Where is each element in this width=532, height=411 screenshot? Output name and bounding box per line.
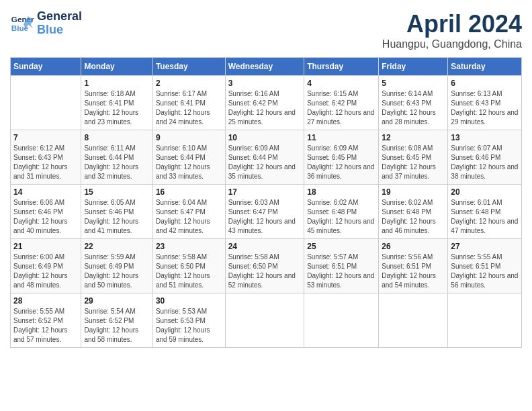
day-number: 9	[156, 133, 222, 142]
weekday-header-friday: Friday	[379, 58, 448, 76]
calendar-cell: 5Sunrise: 6:14 AM Sunset: 6:43 PM Daylig…	[379, 76, 448, 130]
day-number: 29	[84, 296, 149, 306]
day-info: Sunrise: 6:05 AM Sunset: 6:46 PM Dayligh…	[84, 198, 149, 236]
day-info: Sunrise: 6:04 AM Sunset: 6:47 PM Dayligh…	[156, 198, 222, 236]
day-number: 13	[451, 133, 519, 142]
day-info: Sunrise: 6:09 AM Sunset: 6:44 PM Dayligh…	[228, 144, 302, 181]
day-number: 20	[451, 187, 519, 197]
calendar-cell	[304, 293, 379, 348]
day-number: 10	[228, 133, 302, 142]
weekday-header-sunday: Sunday	[11, 58, 81, 76]
day-number: 2	[156, 79, 222, 88]
calendar-cell: 15Sunrise: 6:05 AM Sunset: 6:46 PM Dayli…	[81, 185, 152, 239]
weekday-header-row: SundayMondayTuesdayWednesdayThursdayFrid…	[11, 58, 522, 76]
calendar-cell: 3Sunrise: 6:16 AM Sunset: 6:42 PM Daylig…	[225, 76, 304, 130]
day-info: Sunrise: 6:11 AM Sunset: 6:44 PM Dayligh…	[84, 144, 149, 181]
day-info: Sunrise: 5:58 AM Sunset: 6:50 PM Dayligh…	[228, 253, 302, 290]
calendar-cell: 2Sunrise: 6:17 AM Sunset: 6:41 PM Daylig…	[152, 76, 225, 130]
calendar-cell: 17Sunrise: 6:03 AM Sunset: 6:47 PM Dayli…	[225, 185, 304, 239]
logo-text-line2: Blue	[37, 24, 82, 37]
day-info: Sunrise: 5:56 AM Sunset: 6:51 PM Dayligh…	[382, 253, 445, 290]
calendar-cell: 13Sunrise: 6:07 AM Sunset: 6:46 PM Dayli…	[448, 130, 522, 185]
calendar-cell	[379, 293, 448, 348]
calendar-cell	[448, 293, 522, 348]
month-title: April 2024	[382, 10, 522, 38]
day-number: 12	[382, 133, 445, 142]
day-info: Sunrise: 6:01 AM Sunset: 6:48 PM Dayligh…	[451, 198, 519, 236]
calendar-cell: 6Sunrise: 6:13 AM Sunset: 6:43 PM Daylig…	[448, 76, 522, 130]
calendar-cell: 26Sunrise: 5:56 AM Sunset: 6:51 PM Dayli…	[379, 239, 448, 293]
day-info: Sunrise: 6:02 AM Sunset: 6:48 PM Dayligh…	[382, 198, 445, 236]
day-number: 4	[307, 79, 375, 88]
day-number: 16	[156, 187, 222, 197]
calendar-cell: 25Sunrise: 5:57 AM Sunset: 6:51 PM Dayli…	[304, 239, 379, 293]
weekday-header-monday: Monday	[81, 58, 152, 76]
day-number: 18	[307, 187, 375, 197]
day-info: Sunrise: 5:55 AM Sunset: 6:51 PM Dayligh…	[451, 253, 519, 290]
day-info: Sunrise: 6:06 AM Sunset: 6:46 PM Dayligh…	[13, 198, 78, 236]
day-info: Sunrise: 6:14 AM Sunset: 6:43 PM Dayligh…	[382, 89, 445, 127]
day-number: 1	[84, 79, 149, 88]
day-info: Sunrise: 5:57 AM Sunset: 6:51 PM Dayligh…	[307, 253, 375, 290]
calendar-cell: 24Sunrise: 5:58 AM Sunset: 6:50 PM Dayli…	[225, 239, 304, 293]
calendar-cell: 16Sunrise: 6:04 AM Sunset: 6:47 PM Dayli…	[152, 185, 225, 239]
week-row-1: 1Sunrise: 6:18 AM Sunset: 6:41 PM Daylig…	[11, 76, 522, 130]
day-info: Sunrise: 6:18 AM Sunset: 6:41 PM Dayligh…	[84, 89, 149, 127]
day-info: Sunrise: 6:07 AM Sunset: 6:46 PM Dayligh…	[451, 144, 519, 181]
day-info: Sunrise: 6:02 AM Sunset: 6:48 PM Dayligh…	[307, 198, 375, 236]
day-number: 15	[84, 187, 149, 197]
weekday-header-wednesday: Wednesday	[225, 58, 304, 76]
day-info: Sunrise: 6:12 AM Sunset: 6:43 PM Dayligh…	[13, 144, 78, 181]
day-number: 30	[156, 296, 222, 306]
day-number: 26	[382, 242, 445, 251]
calendar-cell: 4Sunrise: 6:15 AM Sunset: 6:42 PM Daylig…	[304, 76, 379, 130]
week-row-4: 21Sunrise: 6:00 AM Sunset: 6:49 PM Dayli…	[11, 239, 522, 293]
location-title: Huangpu, Guangdong, China	[382, 38, 522, 50]
week-row-5: 28Sunrise: 5:55 AM Sunset: 6:52 PM Dayli…	[11, 293, 522, 348]
day-number: 17	[228, 187, 302, 197]
logo-icon: General Blue	[10, 11, 34, 36]
weekday-header-tuesday: Tuesday	[152, 58, 225, 76]
day-number: 6	[451, 79, 519, 88]
day-info: Sunrise: 5:59 AM Sunset: 6:49 PM Dayligh…	[84, 253, 149, 290]
weekday-header-saturday: Saturday	[448, 58, 522, 76]
day-number: 8	[84, 133, 149, 142]
header: General Blue General Blue April 2024 Hua…	[10, 10, 522, 50]
day-number: 24	[228, 242, 302, 251]
logo: General Blue General Blue	[10, 10, 82, 37]
day-number: 28	[13, 296, 78, 306]
calendar-cell: 14Sunrise: 6:06 AM Sunset: 6:46 PM Dayli…	[11, 185, 81, 239]
calendar-cell	[225, 293, 304, 348]
day-info: Sunrise: 6:00 AM Sunset: 6:49 PM Dayligh…	[13, 253, 78, 290]
day-info: Sunrise: 6:16 AM Sunset: 6:42 PM Dayligh…	[228, 89, 302, 127]
calendar-cell: 19Sunrise: 6:02 AM Sunset: 6:48 PM Dayli…	[379, 185, 448, 239]
calendar-cell: 1Sunrise: 6:18 AM Sunset: 6:41 PM Daylig…	[81, 76, 152, 130]
day-number: 11	[307, 133, 375, 142]
day-number: 23	[156, 242, 222, 251]
calendar-cell: 23Sunrise: 5:58 AM Sunset: 6:50 PM Dayli…	[152, 239, 225, 293]
day-number: 19	[382, 187, 445, 197]
day-info: Sunrise: 5:58 AM Sunset: 6:50 PM Dayligh…	[156, 253, 222, 290]
calendar-cell: 10Sunrise: 6:09 AM Sunset: 6:44 PM Dayli…	[225, 130, 304, 185]
week-row-2: 7Sunrise: 6:12 AM Sunset: 6:43 PM Daylig…	[11, 130, 522, 185]
day-number: 21	[13, 242, 78, 251]
day-number: 27	[451, 242, 519, 251]
day-info: Sunrise: 6:03 AM Sunset: 6:47 PM Dayligh…	[228, 198, 302, 236]
calendar-cell: 9Sunrise: 6:10 AM Sunset: 6:44 PM Daylig…	[152, 130, 225, 185]
day-info: Sunrise: 6:17 AM Sunset: 6:41 PM Dayligh…	[156, 89, 222, 127]
title-area: April 2024 Huangpu, Guangdong, China	[382, 10, 522, 50]
calendar-cell: 21Sunrise: 6:00 AM Sunset: 6:49 PM Dayli…	[11, 239, 81, 293]
day-info: Sunrise: 6:09 AM Sunset: 6:45 PM Dayligh…	[307, 144, 375, 181]
calendar-cell: 27Sunrise: 5:55 AM Sunset: 6:51 PM Dayli…	[448, 239, 522, 293]
day-info: Sunrise: 6:13 AM Sunset: 6:43 PM Dayligh…	[451, 89, 519, 127]
day-number: 7	[13, 133, 78, 142]
calendar-cell: 18Sunrise: 6:02 AM Sunset: 6:48 PM Dayli…	[304, 185, 379, 239]
calendar-cell: 7Sunrise: 6:12 AM Sunset: 6:43 PM Daylig…	[11, 130, 81, 185]
day-info: Sunrise: 5:53 AM Sunset: 6:53 PM Dayligh…	[156, 307, 222, 345]
day-number: 22	[84, 242, 149, 251]
day-number: 3	[228, 79, 302, 88]
calendar-cell: 11Sunrise: 6:09 AM Sunset: 6:45 PM Dayli…	[304, 130, 379, 185]
day-number: 14	[13, 187, 78, 197]
day-info: Sunrise: 5:55 AM Sunset: 6:52 PM Dayligh…	[13, 307, 78, 345]
week-row-3: 14Sunrise: 6:06 AM Sunset: 6:46 PM Dayli…	[11, 185, 522, 239]
